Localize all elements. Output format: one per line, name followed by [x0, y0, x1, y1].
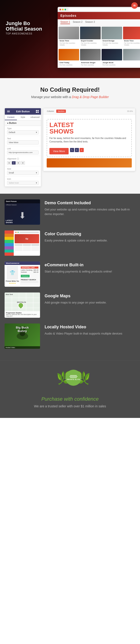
map-location-label: New York	[6, 294, 13, 295]
ecom-header: WooCommerce	[4, 262, 40, 265]
tab-column[interactable]: Column	[46, 110, 55, 113]
mini-browser-bar	[15, 231, 39, 234]
product-name: Printed White Tee	[5, 280, 19, 282]
ecom-body: 👕 Printed White Tee ★★★★★ SHOPPING CART …	[4, 265, 40, 287]
nav-season1[interactable]: Season 1	[60, 21, 70, 24]
nav-season2[interactable]: Season 2	[73, 21, 82, 24]
btn-action-icons: ✎ ⎘ ✕	[70, 148, 84, 152]
trust-badge: 🌿 PRIVATE ELITE 🌿	[59, 370, 81, 393]
browser-nav: Season 1 Season 2 Season 3	[58, 19, 140, 26]
align-left[interactable]: ≡	[7, 161, 11, 165]
checkout-button[interactable]: Checkout	[21, 275, 29, 277]
builder-content-area: LATEST SHOWS Far far away, behind the wo…	[43, 114, 135, 171]
feature-color-thumbnail: Ep	[4, 230, 40, 256]
episode-thumb-2: Expert Insider Far from the countries Vo…	[80, 27, 101, 47]
hero-section: f6 Jungle Bo Official Season TOP AWESOME…	[0, 0, 140, 78]
badge-text: PRIVATE ELITE	[67, 379, 80, 380]
align-right[interactable]: ≡	[16, 161, 20, 165]
feature-demo-desc: Get your website up and running within m…	[45, 207, 136, 216]
edit-icon[interactable]: ✎	[70, 148, 74, 152]
feature-video-title: Locally Hosted Video	[45, 325, 136, 330]
product-image: 👕	[7, 266, 18, 280]
road-h-1	[4, 298, 40, 298]
view-more-button[interactable]: View More	[49, 148, 69, 154]
tab-section[interactable]: Section	[56, 110, 66, 113]
thumb-video-bg: Big BuckBunny Hosted Video	[4, 324, 40, 349]
cart-item-2: Subtotal $89.99	[21, 271, 38, 273]
map-overlay: Progression Studios Add an optional titl…	[4, 311, 40, 318]
badge-lines	[70, 375, 77, 378]
hero-subtitle: TOP AWESOMENESS	[6, 32, 42, 35]
badge-line-2	[70, 376, 77, 377]
content-paragraph: Far far away, behind the word mountains,…	[49, 136, 129, 143]
episode-grid: Snow Time Far from the countries Vokalia…	[58, 26, 140, 48]
feature-maps: New York BROOKLYN Progression Studios Ad…	[4, 292, 136, 318]
episode-thumb-1: Snow Time Far from the countries Vokalia	[59, 27, 79, 47]
feature-ecommerce: WooCommerce 👕 Printed White Tee ★★★★★ SH…	[4, 262, 136, 287]
episode-thumb-4: Snow Time Far from the countries Vokalia	[123, 27, 140, 47]
browser-bar	[58, 7, 140, 12]
feature-color-desc: Easily preview & update colors on your w…	[45, 238, 136, 243]
trust-desc: We are a trusted seller with over $1 mil…	[4, 404, 136, 409]
feature-video-desc: Audio & Video Player built-in that suppo…	[45, 331, 136, 336]
feature-color-text: Color Customizing Easily preview & updat…	[45, 230, 136, 243]
align-center[interactable]: ≡	[12, 161, 16, 165]
field-type: Type Default ▾	[5, 126, 41, 136]
product-search-label: PRODUCT SEARCH	[21, 279, 38, 280]
builder-section-label: ● Button	[5, 120, 41, 126]
tab-style[interactable]: Style	[17, 115, 29, 120]
color-panel	[4, 230, 14, 256]
field-icon: Icon Select Icon ▾	[5, 176, 41, 186]
feature-maps-title: Google Maps	[45, 294, 136, 298]
nav-season3[interactable]: Season 3	[85, 21, 95, 24]
alignment-buttons: ≡ ≡ ≡ ≡	[7, 161, 39, 165]
tab-advanced[interactable]: Advanced	[29, 115, 41, 120]
section-percent: 33.6%	[127, 110, 133, 112]
feature-maps-text: Google Maps Add google maps to any page …	[45, 292, 136, 305]
shopping-cart-label: SHOPPING CART	[21, 266, 38, 268]
hosted-video-label: Hosted Video	[4, 346, 40, 349]
feature-video: Big BuckBunny Hosted Video Locally Hoste…	[4, 324, 136, 349]
badge-circle: PRIVATE ELITE	[66, 370, 81, 386]
copy-icon[interactable]: ⎘	[75, 148, 79, 152]
trust-title: Purchase with confidence	[4, 396, 136, 402]
badge-line-3	[70, 378, 77, 378]
feature-color-title: Color Customizing	[45, 232, 136, 236]
field-link: Link http://progressionstudios.com	[5, 146, 41, 156]
field-size: Size Small ▾	[5, 166, 41, 176]
builder-tabs: Content Style Advanced	[5, 115, 41, 120]
feature-ecommerce-text: eCommerce Built-in Start accepting payme…	[45, 262, 136, 274]
feature-demo-thumbnail: Dark Poison Official Season ⬇ LATESTSHOW…	[4, 200, 40, 225]
field-alignment: Alignment ⓘ ≡ ≡ ≡ ≡	[5, 156, 41, 166]
f6-badge: f6	[131, 2, 138, 9]
no-coding-subtext: Manage your website with a Drag & Drop P…	[4, 95, 136, 99]
trust-section: 🌿 PRIVATE ELITE 🌿 Purchase with confiden…	[0, 360, 140, 418]
delete-icon[interactable]: ✕	[80, 148, 84, 152]
feature-demo-text: Demo Content Included Get your website u…	[45, 200, 136, 216]
thumb-ecommerce-bg: WooCommerce 👕 Printed White Tee ★★★★★ SH…	[4, 262, 40, 287]
feature-demo-title: Demo Content Included	[45, 200, 136, 206]
feature-demo-content: Dark Poison Official Season ⬇ LATESTSHOW…	[4, 200, 136, 225]
feature-ecommerce-desc: Start accepting payments & selling produ…	[45, 269, 136, 274]
thumb-color-bg: Ep	[4, 230, 40, 256]
badge-with-laurel: 🌿 PRIVATE ELITE 🌿	[59, 370, 88, 386]
map-company-label: Progression Studios	[6, 312, 39, 314]
latest-shows-label: LATESTSHOWS	[6, 220, 13, 224]
tab-content[interactable]: Content	[5, 115, 17, 120]
ecom-cart: SHOPPING CART Ladies Handbag $89.99 Subt…	[20, 266, 39, 286]
content-heading: LATEST SHOWS	[49, 122, 129, 135]
align-justify[interactable]: ≡	[21, 161, 25, 165]
feature-maps-thumbnail: New York BROOKLYN Progression Studios Ad…	[4, 292, 40, 318]
field-text: Text View More	[5, 136, 41, 146]
episode-item-1: Chef Today Far from countries	[59, 49, 79, 67]
episodes-header: Episodes	[58, 12, 140, 19]
feature-ecommerce-title: eCommerce Built-in	[45, 262, 136, 268]
feature-video-text: Locally Hosted Video Audio & Video Playe…	[45, 324, 136, 336]
drag-drop-link[interactable]: Drag & Drop Page Builder	[72, 95, 109, 99]
no-coding-section: No Coding Required! Manage your website …	[0, 78, 140, 106]
feature-ecommerce-thumbnail: WooCommerce 👕 Printed White Tee ★★★★★ SH…	[4, 262, 40, 287]
badge-line-1	[70, 375, 77, 376]
builder-panel-header: Edit Button	[5, 108, 41, 115]
browser-mockup: Episodes Season 1 Season 2 Season 3 Snow…	[58, 7, 140, 68]
episode-item-2: American Singer Far from countries	[80, 49, 101, 67]
